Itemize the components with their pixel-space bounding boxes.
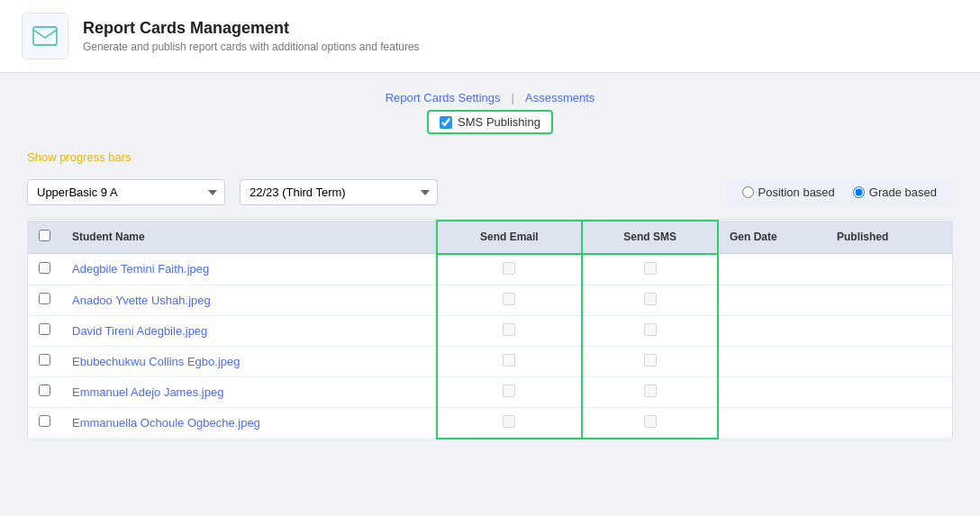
send-sms-cell bbox=[582, 407, 718, 439]
radio-grade-based[interactable]: Grade based bbox=[853, 186, 937, 199]
sms-publishing-section: SMS Publishing bbox=[27, 110, 953, 134]
send-sms-cell bbox=[582, 376, 718, 407]
students-table: Student Name Send Email Send SMS Gen Dat… bbox=[28, 220, 952, 439]
nav-separator: | bbox=[508, 91, 518, 104]
published-cell bbox=[826, 285, 952, 315]
row-checkbox[interactable] bbox=[39, 262, 50, 274]
row-checkbox-cell bbox=[28, 315, 61, 346]
published-cell bbox=[826, 407, 952, 439]
radio-group: Position based Grade based bbox=[726, 178, 953, 206]
student-name-link[interactable]: Adegbile Temini Faith.jpeg bbox=[72, 262, 209, 276]
table-row: David Tireni Adegbile.jpeg bbox=[28, 315, 952, 346]
row-checkbox-cell bbox=[28, 346, 61, 376]
student-name-link[interactable]: David Tireni Adegbile.jpeg bbox=[72, 324, 207, 338]
send-email-cell bbox=[437, 315, 583, 346]
page-title: Report Cards Management bbox=[83, 19, 420, 38]
gen-date-cell bbox=[718, 376, 826, 407]
sms-publishing-box: SMS Publishing bbox=[427, 110, 553, 134]
table-row: Ebubechukwu Collins Egbo.jpeg bbox=[28, 346, 952, 376]
th-student-name: Student Name bbox=[61, 221, 437, 254]
published-cell bbox=[826, 376, 952, 407]
gen-date-cell bbox=[718, 254, 826, 285]
send-sms-checkbox[interactable] bbox=[644, 262, 657, 275]
gen-date-cell bbox=[718, 346, 826, 376]
send-email-checkbox[interactable] bbox=[503, 385, 515, 397]
send-sms-checkbox[interactable] bbox=[644, 354, 657, 367]
show-progress-bars-link[interactable]: Show progress bars bbox=[27, 150, 132, 164]
student-name-cell: Ebubechukwu Collins Egbo.jpeg bbox=[61, 346, 437, 376]
send-email-cell bbox=[437, 285, 583, 315]
row-checkbox-cell bbox=[28, 407, 61, 439]
term-select[interactable]: 22/23 (Third Term) 22/23 (Second Term) 2… bbox=[240, 179, 438, 205]
send-email-checkbox[interactable] bbox=[503, 262, 515, 275]
th-send-email: Send Email bbox=[437, 221, 583, 254]
send-sms-checkbox[interactable] bbox=[644, 293, 657, 305]
tab-assessments[interactable]: Assessments bbox=[518, 91, 602, 104]
radio-grade-label: Grade based bbox=[869, 186, 937, 199]
send-email-checkbox[interactable] bbox=[503, 293, 515, 305]
send-sms-checkbox[interactable] bbox=[644, 415, 657, 428]
student-name-link[interactable]: Emmanuella Ochoule Ogbeche.jpeg bbox=[72, 416, 260, 430]
student-name-link[interactable]: Emmanuel Adejo James.jpeg bbox=[72, 385, 223, 399]
published-cell bbox=[826, 315, 952, 346]
class-select[interactable]: UpperBasic 9 A UpperBasic 9 B UpperBasic… bbox=[27, 179, 225, 205]
student-name-cell: Adegbile Temini Faith.jpeg bbox=[61, 254, 437, 285]
student-name-link[interactable]: Anadoo Yvette Ushah.jpeg bbox=[72, 294, 211, 307]
radio-position-label: Position based bbox=[758, 186, 835, 199]
sms-publishing-checkbox[interactable] bbox=[440, 116, 452, 129]
table-row: Emmanuella Ochoule Ogbeche.jpeg bbox=[28, 407, 952, 439]
select-all-checkbox[interactable] bbox=[39, 230, 50, 241]
send-sms-cell bbox=[582, 285, 718, 315]
row-checkbox-cell bbox=[28, 376, 61, 407]
send-sms-cell bbox=[582, 254, 718, 285]
table-row: Adegbile Temini Faith.jpeg bbox=[28, 254, 952, 285]
gen-date-cell bbox=[718, 285, 826, 315]
th-published: Published bbox=[826, 221, 952, 254]
student-name-cell: Emmanuel Adejo James.jpeg bbox=[61, 376, 437, 407]
row-checkbox[interactable] bbox=[39, 354, 50, 366]
controls-row: UpperBasic 9 A UpperBasic 9 B UpperBasic… bbox=[27, 178, 953, 206]
row-checkbox-cell bbox=[28, 254, 61, 285]
table-body: Adegbile Temini Faith.jpegAnadoo Yvette … bbox=[28, 254, 952, 439]
student-name-cell: Emmanuella Ochoule Ogbeche.jpeg bbox=[61, 407, 437, 439]
gen-date-cell bbox=[718, 407, 826, 439]
svg-rect-0 bbox=[33, 27, 57, 45]
table-header: Student Name Send Email Send SMS Gen Dat… bbox=[28, 221, 952, 254]
radio-position-input[interactable] bbox=[742, 186, 754, 198]
tab-report-cards-settings[interactable]: Report Cards Settings bbox=[378, 91, 508, 104]
send-email-checkbox[interactable] bbox=[503, 415, 515, 428]
student-name-cell: Anadoo Yvette Ushah.jpeg bbox=[61, 285, 437, 315]
page-header: Report Cards Management Generate and pub… bbox=[0, 0, 980, 73]
send-email-checkbox[interactable] bbox=[503, 354, 515, 367]
row-checkbox[interactable] bbox=[39, 385, 50, 396]
th-send-sms: Send SMS bbox=[582, 221, 718, 254]
send-email-cell bbox=[437, 346, 583, 376]
row-checkbox[interactable] bbox=[39, 293, 50, 304]
send-email-checkbox[interactable] bbox=[503, 323, 515, 336]
table-row: Emmanuel Adejo James.jpeg bbox=[28, 376, 952, 407]
sms-publishing-label: SMS Publishing bbox=[458, 115, 540, 129]
published-cell bbox=[826, 254, 952, 285]
published-cell bbox=[826, 346, 952, 376]
row-checkbox[interactable] bbox=[39, 323, 50, 335]
row-checkbox[interactable] bbox=[39, 415, 50, 427]
main-content: Report Cards Settings | Assessments SMS … bbox=[0, 73, 980, 458]
nav-tabs: Report Cards Settings | Assessments bbox=[27, 91, 953, 104]
page-subtitle: Generate and publish report cards with a… bbox=[83, 41, 420, 53]
table-row: Anadoo Yvette Ushah.jpeg bbox=[28, 285, 952, 315]
radio-position-based[interactable]: Position based bbox=[742, 186, 835, 199]
send-email-cell bbox=[437, 376, 583, 407]
send-sms-checkbox[interactable] bbox=[644, 385, 657, 397]
row-checkbox-cell bbox=[28, 285, 61, 315]
send-email-cell bbox=[437, 407, 583, 439]
send-sms-cell bbox=[582, 315, 718, 346]
student-name-link[interactable]: Ebubechukwu Collins Egbo.jpeg bbox=[72, 355, 240, 368]
table-header-row: Student Name Send Email Send SMS Gen Dat… bbox=[28, 221, 952, 254]
gen-date-cell bbox=[718, 315, 826, 346]
send-email-cell bbox=[437, 254, 583, 285]
header-text: Report Cards Management Generate and pub… bbox=[83, 19, 420, 53]
send-sms-checkbox[interactable] bbox=[644, 323, 657, 336]
th-select-all bbox=[28, 221, 61, 254]
th-gen-date: Gen Date bbox=[718, 221, 826, 254]
radio-grade-input[interactable] bbox=[853, 186, 865, 198]
